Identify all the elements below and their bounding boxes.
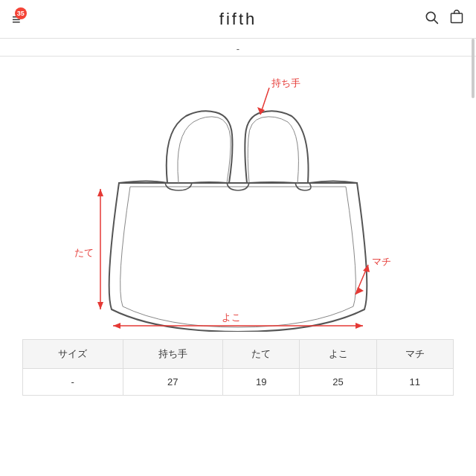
scrollbar[interactable] bbox=[472, 39, 475, 98]
svg-marker-10 bbox=[356, 323, 363, 329]
size-table-wrapper: サイズ 持ち手 たて よこ マチ - 27 19 25 11 bbox=[15, 339, 461, 396]
size-table: サイズ 持ち手 たて よこ マチ - 27 19 25 11 bbox=[22, 339, 454, 396]
header-icons bbox=[424, 10, 464, 28]
col-header-tate: たて bbox=[223, 340, 300, 369]
col-header-size: サイズ bbox=[23, 340, 123, 369]
col-header-handle: 持ち手 bbox=[123, 340, 223, 369]
cell-machi: 11 bbox=[376, 369, 453, 396]
label-handle: 持ち手 bbox=[271, 77, 300, 89]
svg-rect-2 bbox=[451, 13, 463, 23]
svg-line-1 bbox=[434, 20, 438, 24]
table-row: - 27 19 25 11 bbox=[23, 369, 454, 396]
cell-handle: 27 bbox=[123, 369, 223, 396]
cart-badge: 35 bbox=[15, 7, 27, 19]
col-header-machi: マチ bbox=[376, 340, 453, 369]
site-title: fifth bbox=[219, 10, 257, 29]
subtitle: - bbox=[0, 39, 476, 57]
bag-diagram: 持ち手 たて よこ マチ bbox=[15, 64, 461, 332]
search-icon[interactable] bbox=[424, 10, 439, 28]
label-machi: マチ bbox=[372, 256, 391, 267]
header: ≡ 35 fifth bbox=[0, 0, 476, 39]
menu-button[interactable]: ≡ 35 bbox=[12, 12, 21, 27]
label-yoko: よこ bbox=[222, 312, 241, 323]
cell-size: - bbox=[23, 369, 123, 396]
svg-marker-7 bbox=[97, 302, 103, 309]
table-header-row: サイズ 持ち手 たて よこ マチ bbox=[23, 340, 454, 369]
svg-marker-13 bbox=[356, 287, 364, 295]
svg-marker-9 bbox=[113, 323, 120, 329]
cart-icon[interactable] bbox=[449, 10, 464, 28]
cell-yoko: 25 bbox=[300, 369, 376, 396]
cell-tate: 19 bbox=[223, 369, 300, 396]
col-header-yoko: よこ bbox=[300, 340, 376, 369]
svg-marker-6 bbox=[97, 189, 103, 196]
main-content: 持ち手 たて よこ マチ bbox=[0, 57, 476, 396]
label-tate: たて bbox=[74, 247, 94, 258]
